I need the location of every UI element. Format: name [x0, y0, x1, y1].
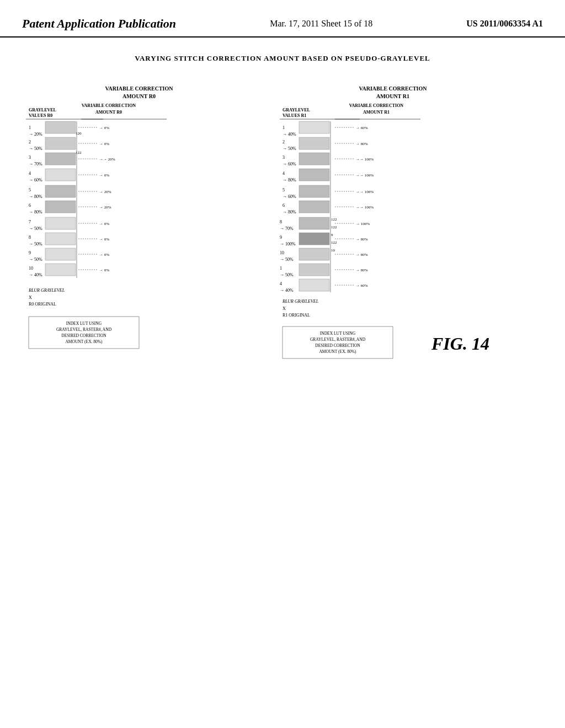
right-row10-value: → 50%	[280, 272, 294, 277]
row2-value-left: → 50%	[29, 146, 42, 151]
right-row7-value: → 70%	[280, 226, 294, 231]
right-legend-line1: INDEX LUT USING	[320, 331, 356, 336]
right-legend-line3: DESIRED CORRECTION	[315, 343, 360, 348]
publication-title: Patent Application Publication	[22, 17, 176, 31]
right-row10-box	[299, 264, 329, 276]
right-row7-box	[299, 217, 329, 229]
right-legend-line2: GRAYLEVEL, RASTER#, AND	[310, 337, 366, 342]
right-row9-box	[299, 248, 329, 260]
right-row1-value: → 40%	[282, 132, 296, 137]
left-blur-graylevel: BLUR GRAYLEVEL	[29, 288, 65, 293]
right-row8-index: 9	[280, 235, 282, 240]
ref-9-r1: 9	[331, 233, 333, 237]
right-row3-index: 3	[282, 155, 285, 160]
left-legend-line2: GRAYLEVEL, RASTER#, AND	[56, 327, 112, 332]
page-header: Patent Application Publication Mar. 17, …	[0, 0, 565, 38]
right-x-label: X	[282, 306, 286, 311]
right-row3-value: → 60%	[282, 162, 296, 167]
row3-value-left: → 70%	[29, 162, 42, 167]
row5-value-left: → 80%	[29, 194, 42, 199]
right-col-amount-header1: VARIABLE CORRECTION	[349, 103, 404, 108]
right-row11-value: → 40%	[280, 288, 294, 293]
row9-value-left: → 50%	[29, 257, 42, 262]
left-col-graylevel-header: GRAYLEVEL	[29, 108, 56, 113]
row6-amount-left: → 20%	[99, 205, 111, 210]
right-col-graylevel-header: GRAYLEVEL	[282, 108, 310, 113]
ref-122-right-2: 122	[331, 240, 337, 245]
right-col-amount-header2: AMOUNT R1	[363, 110, 390, 115]
row7-box-left	[45, 217, 76, 229]
left-legend-line4: AMOUNT (EX. 80%)	[65, 339, 103, 344]
row9-index-left: 9	[29, 250, 31, 255]
main-title: VARYING STITCH CORRECTION AMOUNT BASED O…	[17, 54, 548, 63]
row3-index-left: 3	[29, 155, 31, 160]
row9-amount-left: → 0%	[99, 253, 109, 257]
right-row2-amount: → 80%	[356, 142, 368, 146]
row6-value-left: → 80%	[29, 210, 42, 215]
right-row6-box	[299, 201, 329, 213]
right-row5-box	[299, 185, 329, 197]
ref-122-right-1: 122	[331, 225, 337, 229]
row8-value-left: → 50%	[29, 242, 42, 247]
row1-amount-left: → 0%	[99, 126, 109, 130]
right-row9-value: → 50%	[280, 257, 294, 262]
row6-box-left	[45, 201, 76, 213]
right-row6-amount: →→ 100%	[356, 205, 374, 210]
main-content: VARYING STITCH CORRECTION AMOUNT BASED O…	[0, 38, 565, 719]
row7-amount-left: → 0%	[99, 222, 109, 226]
row5-index-left: 5	[29, 188, 31, 192]
fig-label: FIG. 14	[431, 334, 489, 354]
row7-value-left: → 50%	[29, 226, 42, 231]
right-row7-amount: → 100%	[356, 222, 370, 226]
right-row8-value: → 100%	[280, 242, 296, 247]
right-row4-index: 4	[282, 171, 285, 176]
left-r0-original: R0 ORIGINAL	[29, 302, 56, 307]
row2-box-left	[45, 137, 76, 149]
row4-index-left: 4	[29, 171, 31, 176]
right-row5-amount: →→ 100%	[356, 190, 374, 194]
right-row4-value: → 80%	[282, 178, 296, 183]
ref-122-r1: 122	[331, 217, 337, 222]
publication-date-sheet: Mar. 17, 2011 Sheet 15 of 18	[270, 17, 372, 29]
right-diagram-amount-label: AMOUNT R1	[376, 93, 409, 99]
right-row8-amount: → 80%	[356, 237, 368, 242]
right-row1-box	[299, 121, 329, 133]
right-row10-index: 1	[280, 266, 282, 271]
right-row7-index: 8	[280, 220, 282, 224]
row8-index-left: 8	[29, 235, 31, 240]
right-row4-amount: →→ 100%	[356, 173, 374, 178]
right-row1-amount: → 60%	[356, 126, 368, 130]
left-col-amount-header2: AMOUNT R0	[95, 110, 122, 115]
right-row9-index: 10	[280, 250, 284, 255]
row7-index-left: 7	[29, 220, 31, 224]
row10-value-left: → 40%	[29, 272, 42, 277]
row8-amount-left: → 0%	[99, 237, 109, 242]
right-row5-value: → 60%	[282, 194, 296, 199]
left-legend-line1: INDEX LUT USING	[66, 321, 102, 326]
ref-120: 120	[76, 131, 82, 136]
left-x-label: X	[29, 295, 32, 300]
row10-amount-left: → 0%	[99, 268, 109, 272]
right-row5-index: 5	[282, 188, 285, 192]
row9-box-left	[45, 248, 76, 260]
left-col-amount-header1: VARIABLE CORRECTION	[82, 103, 136, 108]
row1-index-left: 1	[29, 125, 31, 130]
left-diagram-title: VARIABLE CORRECTION	[105, 85, 174, 92]
row1-box-left	[45, 121, 76, 133]
row4-amount-left: → 0%	[99, 173, 109, 178]
right-row8-box	[299, 233, 329, 245]
row4-box-left	[45, 169, 76, 181]
right-row3-box	[299, 153, 329, 165]
right-row4-box	[299, 169, 329, 181]
right-diagram-title: VARIABLE CORRECTION	[359, 85, 428, 92]
row3-amount-left: →→ 20%	[99, 157, 115, 162]
right-row6-index: 6	[282, 203, 285, 208]
row5-box-left	[45, 185, 76, 197]
right-legend-line4: AMOUNT (EX. 80%)	[319, 349, 356, 354]
ref-10-r1: 10	[331, 248, 335, 253]
right-row3-amount: →→ 100%	[356, 157, 374, 162]
right-row11-amount: → 60%	[356, 283, 368, 288]
right-row9-amount: → 80%	[356, 253, 368, 257]
main-diagram: VARIABLE CORRECTION AMOUNT R0 GRAYLEVEL …	[18, 74, 547, 708]
right-row2-index: 2	[282, 140, 285, 144]
